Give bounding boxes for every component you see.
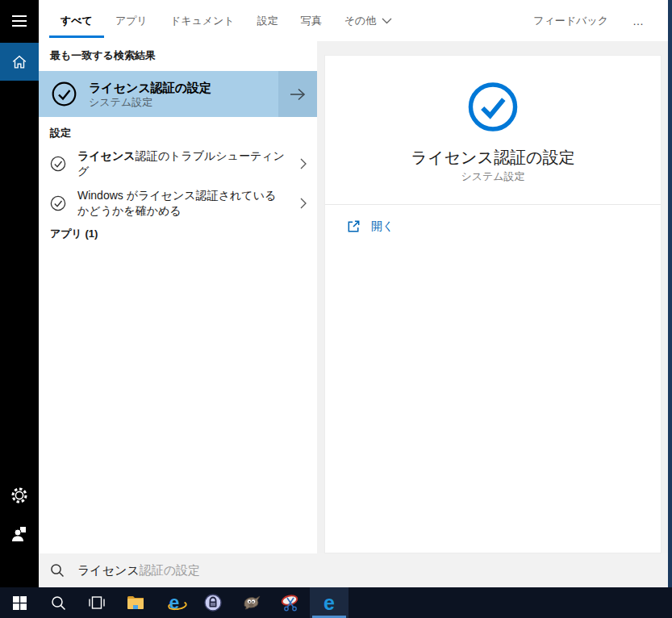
more-options-button[interactable]: …	[628, 11, 650, 31]
preview-icon-wrap	[468, 81, 519, 136]
result-label: Windows がライセンス認証されているかどうかを確かめる	[77, 188, 290, 219]
open-action-label: 開く	[371, 219, 394, 234]
search-input[interactable]: ライセンス認証の設定	[77, 563, 200, 578]
search-icon	[50, 563, 65, 578]
tab-apps-label: アプリ	[115, 14, 148, 28]
scissors-tool-icon	[281, 594, 300, 612]
home-icon	[10, 53, 28, 71]
internet-explorer-icon: e	[169, 594, 180, 612]
snipping-tool-button[interactable]	[271, 587, 310, 618]
best-match-subtitle: システム設定	[89, 95, 278, 109]
windows-search-window: すべて アプリ ドキュメント 設定 写真 その他 フィードバック … 最も一致す…	[0, 0, 672, 618]
start-button[interactable]	[0, 587, 39, 618]
chevron-down-icon	[382, 18, 392, 24]
result-label-bold: ライセンス	[77, 149, 136, 162]
apps-section-header: アプリ (1)	[39, 227, 317, 241]
filter-tabs: すべて アプリ ドキュメント 設定 写真 その他	[49, 0, 403, 41]
topbar-right: フィードバック …	[533, 0, 650, 41]
windows-logo-icon	[13, 596, 27, 610]
result-activation-troubleshooting[interactable]: ライセンス認証のトラブルシューティング	[39, 148, 317, 180]
tab-settings[interactable]: 設定	[246, 0, 290, 41]
activation-check-icon	[52, 81, 77, 106]
task-view-icon	[89, 596, 105, 609]
best-match-header: 最も一致する検索結果	[39, 48, 317, 63]
settings-section-header: 設定	[39, 126, 317, 140]
tab-photos-label: 写真	[301, 14, 322, 28]
file-explorer-icon	[127, 595, 144, 610]
edge-button[interactable]: e	[310, 587, 349, 618]
hamburger-icon	[11, 15, 27, 27]
tab-settings-label: 設定	[257, 14, 278, 28]
search-results-panel: 最も一致する検索結果 ライセンス認証の設定 システム設定 設定	[39, 41, 317, 553]
sidebar-item-account[interactable]	[0, 515, 39, 553]
keepass-button[interactable]	[194, 587, 232, 618]
internet-explorer-button[interactable]: e	[155, 587, 194, 618]
sidebar-item-settings[interactable]	[0, 476, 39, 515]
taskbar: e	[0, 587, 672, 618]
ie-ring	[167, 599, 187, 611]
arrow-right-icon	[289, 87, 307, 102]
check-circle-icon	[50, 156, 66, 172]
best-match-expand-button[interactable]	[278, 71, 317, 117]
preview-subtitle: システム設定	[325, 169, 661, 184]
task-view-button[interactable]	[77, 587, 116, 618]
file-explorer-button[interactable]	[116, 587, 155, 618]
check-circle-icon	[50, 195, 66, 211]
desktop-edge	[668, 0, 672, 587]
best-match-result[interactable]: ライセンス認証の設定 システム設定	[39, 71, 317, 117]
activation-check-icon-large	[468, 81, 519, 132]
chevron-right-icon	[290, 198, 317, 209]
open-external-icon	[346, 219, 361, 234]
result-icon-wrap	[39, 195, 77, 211]
result-icon-wrap	[39, 156, 77, 172]
tab-all[interactable]: すべて	[49, 0, 104, 41]
tab-documents[interactable]: ドキュメント	[159, 0, 246, 41]
search-suggestion-text: 認証の設定	[140, 563, 200, 577]
edge-icon: e	[323, 593, 335, 613]
search-input-bar[interactable]: ライセンス認証の設定	[39, 553, 668, 587]
tab-all-label: すべて	[61, 14, 93, 28]
chevron-right-icon	[290, 158, 317, 169]
open-action[interactable]: 開く	[346, 219, 394, 234]
result-label-rest: Windows がライセンス認証されているかどうかを確かめる	[77, 189, 276, 217]
tab-photos[interactable]: 写真	[290, 0, 333, 41]
hamburger-menu-button[interactable]	[0, 2, 39, 40]
gear-icon	[10, 486, 28, 504]
gimp-button[interactable]	[232, 587, 271, 618]
feedback-button[interactable]: フィードバック	[533, 14, 608, 28]
taskbar-search-button[interactable]	[39, 587, 77, 618]
preview-card: ライセンス認証の設定 システム設定 開く	[324, 55, 662, 553]
sidebar-item-home[interactable]	[0, 43, 39, 81]
preview-title: ライセンス認証の設定	[325, 147, 661, 169]
best-match-icon-wrap	[39, 81, 89, 106]
tab-more[interactable]: その他	[333, 0, 404, 41]
keepass-lock-icon	[204, 594, 222, 612]
preview-region: ライセンス認証の設定 システム設定 開く	[317, 41, 668, 553]
tab-more-label: その他	[344, 14, 377, 28]
search-icon	[51, 595, 66, 611]
search-typed-text: ライセンス	[77, 563, 140, 577]
gimp-icon	[242, 595, 261, 611]
search-filter-bar: すべて アプリ ドキュメント 設定 写真 その他 フィードバック …	[39, 0, 668, 41]
tab-apps[interactable]: アプリ	[104, 0, 159, 41]
search-sidebar	[0, 0, 39, 587]
result-label: ライセンス認証のトラブルシューティング	[77, 148, 290, 179]
result-check-windows-activated[interactable]: Windows がライセンス認証されているかどうかを確かめる	[39, 180, 317, 227]
preview-divider	[325, 204, 661, 205]
best-match-title: ライセンス認証の設定	[89, 80, 278, 95]
user-account-icon	[10, 525, 28, 543]
tab-documents-label: ドキュメント	[170, 14, 235, 28]
best-match-texts: ライセンス認証の設定 システム設定	[89, 80, 278, 109]
